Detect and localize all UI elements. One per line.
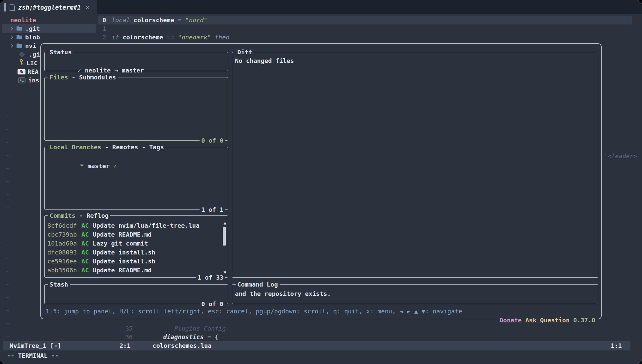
commit-author: AC [81, 248, 93, 257]
commit-hash: dfc08093 [47, 248, 81, 257]
lazygit-diff-panel[interactable]: Diff No changed files [232, 52, 598, 278]
tilde: ~ [6, 280, 9, 289]
filetree-item-label: .gi [29, 50, 40, 59]
commit-message: Update README.md [93, 231, 152, 238]
tab-commits[interactable]: Commits [50, 212, 75, 219]
tab-close-icon[interactable]: × [85, 4, 89, 11]
lazygit-command-log-panel[interactable]: Command Log and the repository exists. [232, 284, 598, 304]
filetree-item-gitignore[interactable]: .gi [19, 50, 40, 59]
tilde: ~ [6, 138, 9, 147]
commit-hash: ce5916ee [47, 257, 81, 266]
commit-message: Lazy git commit [93, 240, 148, 247]
branches-count: 1 of 1 [200, 205, 225, 214]
filetree-item-readme[interactable]: M↓ REA [18, 67, 38, 76]
lazygit-status-panel[interactable]: Status ✓ neolite → master [44, 52, 228, 71]
command-log-title: Command Log [236, 280, 280, 289]
diff-panel-content: No changed files [235, 56, 294, 65]
commit-hash: 8cf6dcdf [47, 221, 81, 230]
tilde: ~ [6, 203, 9, 211]
tilde: ~ [6, 86, 9, 95]
filetree-item-install[interactable]: >_ ins [18, 76, 39, 85]
lazygit-commits-panel[interactable]: Commits - Reflog 8cf6dcdfACUpdate nvim/l… [44, 215, 228, 278]
commit-row[interactable]: cbc739abACUpdate README.md [47, 230, 219, 239]
tilde: ~ [6, 164, 9, 173]
lazygit-branches-panel[interactable]: Local Branches - Remotes - Tags * master… [44, 147, 228, 210]
filetree-item-git[interactable]: .git [10, 24, 40, 33]
check-icon: ✓ [113, 162, 117, 169]
donate-link[interactable]: Donate [499, 317, 522, 324]
line-number: 1 [93, 24, 106, 33]
commit-row[interactable]: 101ad60aACLazy git commit [47, 239, 219, 248]
tab-reflog[interactable]: - Reflog [75, 212, 109, 219]
commit-row[interactable]: dfc08093ACUpdate install.sh [47, 248, 219, 257]
filetree-item-nvim[interactable]: nvi [10, 41, 36, 50]
tab-files[interactable]: Files [50, 74, 68, 81]
scrollbar-thumb[interactable] [223, 227, 226, 246]
chevron-right-icon [10, 44, 14, 48]
branch-name: master [87, 162, 110, 169]
scroll-up-icon[interactable]: ▲ [224, 220, 226, 225]
filetree-item-label: nvi [25, 41, 36, 50]
chevron-right-icon [10, 26, 14, 31]
line-number: 2 [93, 33, 106, 42]
tilde: ~ [6, 190, 9, 199]
commit-row[interactable]: 8cf6dcdfACUpdate nvim/lua/file-tree.lua [47, 221, 219, 230]
branch-list-item[interactable]: * master ✓ [51, 153, 117, 179]
filetree-item-label: LIC [26, 59, 37, 68]
commit-row[interactable]: ce5916eeACUpdate install.sh [47, 257, 219, 266]
chevron-right-icon [10, 35, 14, 39]
files-count: 0 of 0 [200, 136, 225, 145]
markdown-icon: M↓ [18, 69, 25, 74]
filetree-item-label: REA [27, 67, 38, 76]
commits-count: 1 of 33 [196, 273, 225, 282]
code-line: diagnostics = { [163, 333, 218, 341]
tabline: zsh;#toggleterm#1 × [0, 0, 642, 14]
commit-hash: cbc739ab [47, 230, 81, 239]
lazygit-files-panel[interactable]: Files - Submodules 0 of 0 [44, 77, 228, 141]
tab-title: zsh;#toggleterm#1 [18, 4, 81, 11]
folder-icon [16, 24, 23, 33]
terminal-icon: >_ [18, 77, 25, 83]
lazygit-links: Donate Ask Question 0.37.0 [478, 307, 595, 334]
branches-panel-title: Local Branches - Remotes - Tags [48, 143, 165, 152]
statusline-buffer-name: NvimTree_1 [-] [10, 341, 61, 350]
leader-keymap-hint: '<leader> [604, 152, 637, 160]
commit-author: AC [81, 266, 93, 275]
filetree-item-license[interactable]: LIC [19, 59, 37, 68]
tilde: ~ [6, 228, 9, 237]
tab-toggleterm[interactable]: zsh;#toggleterm#1 × [0, 0, 97, 14]
app-window: zsh;#toggleterm#1 × neolite .git blob nv… [0, 0, 642, 364]
line-number: 0 [93, 16, 106, 24]
tilde: ~ [6, 293, 9, 302]
lazygit-stash-panel[interactable]: Stash 0 of 0 [44, 284, 228, 304]
active-tab-indicator [4, 3, 6, 12]
commit-row[interactable]: abb3506bACUpdate README.md [47, 266, 219, 275]
tab-submodules[interactable]: - Submodules [68, 74, 116, 81]
key-icon [19, 59, 24, 68]
command-log-content: and the repository exists. [235, 289, 331, 298]
filetree-item-label: blob [25, 33, 40, 42]
tilde: ~ [6, 151, 9, 160]
status-panel-title: Status [48, 48, 73, 57]
tab-remotes-tags[interactable]: - Remotes - Tags [101, 144, 164, 151]
files-panel-title: Files - Submodules [48, 73, 118, 82]
filetree-root-label: neolite [10, 16, 36, 24]
tab-local-branches[interactable]: Local Branches [50, 144, 101, 151]
filetree-item-blob[interactable]: blob [10, 33, 40, 42]
tilde: ~ [6, 332, 9, 341]
tilde: ~ [6, 319, 9, 328]
stash-panel-title: Stash [48, 280, 70, 289]
tilde: ~ [6, 177, 9, 186]
code-line: -- Plugins Config -- [163, 324, 237, 333]
ask-question-link[interactable]: Ask Question [525, 317, 570, 324]
filetree-item-label: ins [28, 76, 39, 85]
commit-hash: 101ad60a [47, 239, 81, 248]
statusline-cursor-position-right: 1:1 [611, 341, 622, 350]
current-branch-star: * [80, 162, 84, 169]
filetree-root[interactable]: neolite [10, 16, 36, 24]
line-number: 35 [113, 324, 133, 333]
tilde: ~ [6, 267, 9, 276]
version-label: 0.37.0 [573, 317, 595, 324]
commit-message: Update nvim/lua/file-tree.lua [93, 222, 200, 229]
commit-author: AC [81, 257, 93, 266]
